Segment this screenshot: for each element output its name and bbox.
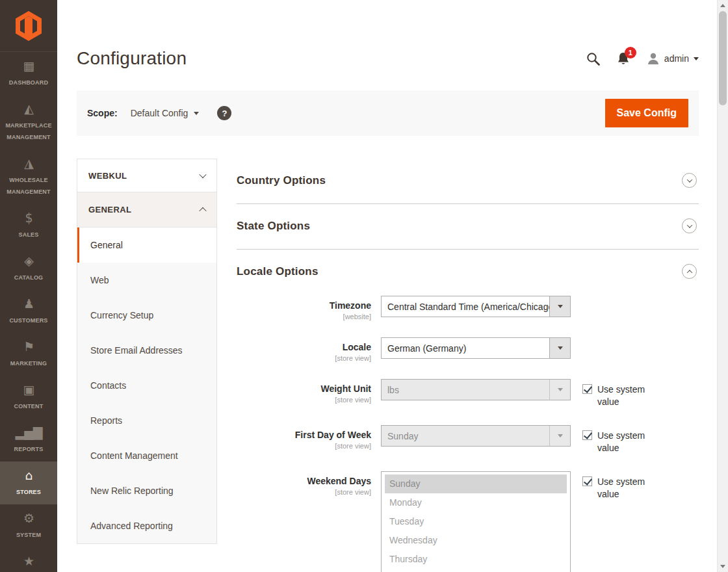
first-day-of-week-select: Sunday: [381, 425, 571, 447]
system-icon: ⚙: [2, 511, 55, 525]
config-nav-item-content-management[interactable]: Content Management: [77, 438, 216, 473]
help-icon[interactable]: ?: [217, 106, 231, 120]
config-nav: WEBKUL GENERAL General Web Currency Setu…: [77, 159, 217, 544]
state-options-header[interactable]: State Options: [237, 204, 699, 249]
sidebar-item-customers[interactable]: ♟ CUSTOMERS: [0, 290, 57, 333]
weekend-days-label: Weekend Days: [237, 476, 371, 487]
weekend-day-option-monday: Monday: [385, 493, 567, 512]
collapse-section-button[interactable]: [682, 264, 697, 279]
locale-select-value: German (Germany): [387, 343, 466, 354]
scrollbar-thumb[interactable]: [719, 11, 727, 105]
first-day-of-week-use-system-checkbox[interactable]: [582, 430, 592, 440]
section-title: State Options: [237, 220, 310, 233]
config-group-label: GENERAL: [88, 205, 131, 214]
section-title: Locale Options: [237, 265, 318, 278]
magento-logo[interactable]: [0, 0, 57, 52]
field-label: Locale [store view]: [237, 337, 381, 362]
timezone-scope-note: [website]: [237, 313, 371, 320]
sidebar-item-reports[interactable]: ▂▅▇ REPORTS: [0, 419, 57, 462]
config-nav-item-currency-setup[interactable]: Currency Setup: [77, 298, 216, 333]
locale-scope-note: [store view]: [237, 354, 371, 362]
save-config-button[interactable]: Save Config: [605, 99, 688, 127]
first-day-of-week-label: First Day of Week: [237, 430, 371, 441]
header-actions: 1 admin: [586, 52, 699, 66]
username: admin: [664, 53, 689, 64]
config-nav-item-reports[interactable]: Reports: [77, 403, 216, 438]
scroll-down-icon[interactable]: [718, 561, 728, 572]
section-title: Country Options: [237, 174, 326, 187]
sidebar-item-label: REPORTS: [14, 446, 44, 452]
sidebar-item-find-partners[interactable]: ★ FIND PARTNERS & EXTENSIONS: [0, 547, 57, 572]
field-label: Weight Unit [store view]: [237, 379, 381, 404]
field-label: Weekend Days [store view]: [237, 471, 381, 496]
notification-count-badge: 1: [625, 47, 636, 58]
marketing-icon: ⚑: [2, 339, 55, 354]
sidebar-item-dashboard[interactable]: ▦ DASHBOARD: [0, 52, 57, 95]
search-icon: [586, 52, 600, 66]
weight-unit-use-system-checkbox[interactable]: [582, 384, 592, 394]
weight-unit-field-row: Weight Unit [store view] lbs Use system …: [237, 379, 699, 408]
weight-unit-label: Weight Unit: [237, 384, 371, 395]
dashboard-icon: ▦: [2, 58, 55, 73]
sidebar-item-wholesale-management[interactable]: ◮ WHOLESALE MANAGEMENT: [0, 150, 57, 204]
notifications-button[interactable]: 1: [617, 52, 630, 66]
user-avatar-icon: [647, 52, 660, 65]
sidebar-item-content[interactable]: ▣ CONTENT: [0, 376, 57, 419]
expand-section-button[interactable]: [682, 173, 697, 188]
admin-sidebar: ▦ DASHBOARD ◭ MARKETPLACE MANAGEMENT ◮ W…: [0, 0, 57, 572]
expand-section-button[interactable]: [682, 218, 697, 233]
weekend-days-field-row: Weekend Days [store view] Sunday Monday …: [237, 471, 699, 572]
user-menu[interactable]: admin: [647, 52, 699, 65]
sidebar-item-label: SYSTEM: [16, 532, 41, 538]
config-group-webkul[interactable]: WEBKUL: [77, 159, 217, 192]
sidebar-item-label: CUSTOMERS: [9, 317, 47, 324]
sidebar-item-label: DASHBOARD: [9, 79, 48, 86]
chevron-up-icon: [199, 207, 206, 214]
chevron-down-icon: [686, 177, 692, 182]
config-group-label: WEBKUL: [88, 171, 127, 181]
chevron-down-icon: [199, 171, 206, 178]
sidebar-item-system[interactable]: ⚙ SYSTEM: [0, 504, 57, 547]
sidebar-item-sales[interactable]: $ SALES: [0, 204, 57, 247]
chevron-down-icon: [694, 57, 699, 60]
config-nav-item-contacts[interactable]: Contacts: [77, 368, 216, 403]
config-nav-item-web[interactable]: Web: [77, 263, 216, 298]
stores-icon: ⌂: [2, 468, 55, 482]
content-icon: ▣: [2, 382, 55, 396]
chevron-up-icon: [686, 270, 692, 275]
search-button[interactable]: [586, 52, 600, 66]
sidebar-item-marketplace-management[interactable]: ◭ MARKETPLACE MANAGEMENT: [0, 95, 57, 150]
chevron-down-icon: [194, 112, 199, 115]
config-nav-item-new-relic-reporting[interactable]: New Relic Reporting: [77, 473, 216, 508]
config-nav-item-store-email-addresses[interactable]: Store Email Addresses: [77, 333, 216, 368]
sidebar-item-catalog[interactable]: ◈ CATALOG: [0, 247, 57, 290]
page-title: Configuration: [77, 48, 187, 69]
main-content: Configuration 1 admin: [57, 0, 728, 572]
vertical-scrollbar[interactable]: [717, 0, 728, 572]
scroll-up-icon[interactable]: [718, 0, 728, 11]
use-system-value-label[interactable]: Use system value: [597, 476, 664, 500]
sidebar-item-marketing[interactable]: ⚑ MARKETING: [0, 333, 57, 376]
scope-selector[interactable]: Default Config: [127, 107, 203, 119]
country-options-header[interactable]: Country Options: [237, 159, 699, 203]
locale-select[interactable]: German (Germany): [381, 337, 571, 359]
config-nav-item-advanced-reporting[interactable]: Advanced Reporting: [77, 508, 216, 543]
weekend-days-use-system-checkbox[interactable]: [582, 476, 592, 486]
first-day-of-week-field-row: First Day of Week [store view] Sunday Us…: [237, 425, 699, 454]
weight-unit-select-value: lbs: [387, 385, 399, 395]
use-system-value-label[interactable]: Use system value: [597, 384, 664, 408]
config-nav-item-general[interactable]: General: [77, 228, 216, 263]
use-system-value-label[interactable]: Use system value: [597, 430, 664, 454]
weekend-day-option-thursday: Thursday: [385, 550, 567, 569]
timezone-select[interactable]: Central Standard Time (America/Chicago): [381, 296, 571, 317]
page-header: Configuration 1 admin: [77, 0, 699, 69]
locale-label: Locale: [237, 342, 371, 353]
section-state-options: State Options: [237, 203, 699, 249]
config-group-general[interactable]: GENERAL: [77, 192, 217, 228]
locale-options-header[interactable]: Locale Options: [237, 250, 699, 294]
sidebar-item-stores[interactable]: ⌂ STORES: [0, 462, 57, 504]
weight-unit-select: lbs: [381, 379, 571, 400]
first-day-of-week-use-system: Use system value: [582, 425, 664, 454]
locale-field-row: Locale [store view] German (Germany): [237, 337, 699, 362]
sidebar-item-label: CATALOG: [14, 274, 44, 281]
